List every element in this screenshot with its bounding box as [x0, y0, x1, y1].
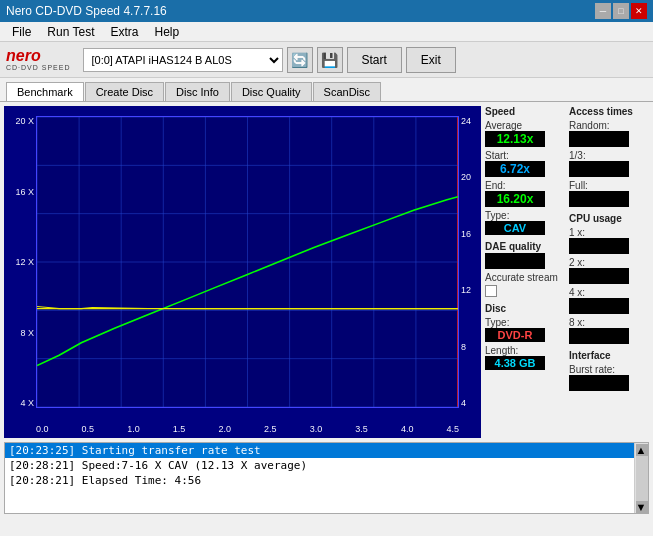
log-area: [20:23:25] Starting transfer rate test […	[4, 442, 649, 514]
yaxis-right-4: 4	[461, 398, 479, 408]
nero-product: CD·DVD SPEED	[6, 64, 71, 71]
exit-button[interactable]: Exit	[406, 47, 456, 73]
titlebar-controls: ─ □ ✕	[595, 3, 647, 19]
drive-select[interactable]: [0:0] ATAPI iHAS124 B AL0S	[83, 48, 283, 72]
chart-canvas	[36, 116, 459, 408]
type-value: CAV	[485, 221, 545, 235]
tab-disc-info[interactable]: Disc Info	[165, 82, 230, 101]
xaxis-4.0: 4.0	[401, 424, 414, 434]
save-button[interactable]: 💾	[317, 47, 343, 73]
random-value	[569, 131, 629, 147]
yaxis-left-8: 8 X	[6, 328, 34, 338]
titlebar: Nero CD-DVD Speed 4.7.7.16 ─ □ ✕	[0, 0, 653, 22]
rp-right-col: Access times Random: 1/3: Full: CPU usag…	[569, 106, 649, 391]
yaxis-left: 20 X 16 X 12 X 8 X 4 X	[6, 116, 34, 408]
xaxis-4.5: 4.5	[446, 424, 459, 434]
yaxis-right-16: 16	[461, 229, 479, 239]
menu-extra[interactable]: Extra	[102, 23, 146, 41]
cpu-section: CPU usage 1 x: 2 x: 4 x: 8 x:	[569, 213, 649, 344]
close-button[interactable]: ✕	[631, 3, 647, 19]
accurate-checkbox-area	[485, 285, 565, 297]
menubar: File Run Test Extra Help	[0, 22, 653, 42]
chart-area: 20 X 16 X 12 X 8 X 4 X	[4, 106, 481, 438]
dae-value	[485, 253, 545, 269]
start-value: 6.72x	[485, 161, 545, 177]
full-label: Full:	[569, 180, 649, 191]
burst-label: Burst rate:	[569, 364, 649, 375]
yaxis-right-24: 24	[461, 116, 479, 126]
cpu-8x-value	[569, 328, 629, 344]
log-list: [20:23:25] Starting transfer rate test […	[5, 443, 634, 513]
menu-file[interactable]: File	[4, 23, 39, 41]
chart-svg	[37, 117, 458, 407]
tab-create-disc[interactable]: Create Disc	[85, 82, 164, 101]
scroll-up-button[interactable]: ▲	[636, 444, 648, 456]
logo-area: nero CD·DVD SPEED	[6, 48, 71, 71]
disc-type-label: Type:	[485, 317, 565, 328]
full-value	[569, 191, 629, 207]
scroll-down-button[interactable]: ▼	[636, 501, 648, 513]
xaxis-2.5: 2.5	[264, 424, 277, 434]
log-content: [20:23:25] Starting transfer rate test […	[5, 443, 648, 513]
disc-section: Disc Type: DVD-R Length: 4.38 GB	[485, 303, 565, 370]
right-panel: Speed Average 12.13x Start: 6.72x End: 1…	[483, 102, 653, 442]
tab-benchmark[interactable]: Benchmark	[6, 82, 84, 101]
yaxis-left-16: 16 X	[6, 187, 34, 197]
burst-value	[569, 375, 629, 391]
log-entry-2[interactable]: [20:28:21] Elapsed Time: 4:56	[5, 473, 634, 488]
cpu-title: CPU usage	[569, 213, 649, 224]
yaxis-left-12: 12 X	[6, 257, 34, 267]
yaxis-left-20: 20 X	[6, 116, 34, 126]
scroll-track	[636, 456, 648, 501]
start-label: Start:	[485, 150, 565, 161]
minimize-button[interactable]: ─	[595, 3, 611, 19]
accurate-checkbox[interactable]	[485, 285, 497, 297]
yaxis-right-20: 20	[461, 172, 479, 182]
toolbar: nero CD·DVD SPEED [0:0] ATAPI iHAS124 B …	[0, 42, 653, 78]
nero-brand: nero	[6, 48, 71, 64]
dae-section: DAE quality Accurate stream	[485, 241, 565, 297]
xaxis-1.5: 1.5	[173, 424, 186, 434]
app-title: Nero CD-DVD Speed 4.7.7.16	[6, 4, 167, 18]
cpu-2x-value	[569, 268, 629, 284]
rp-columns: Speed Average 12.13x Start: 6.72x End: 1…	[485, 106, 649, 391]
log-scrollbar[interactable]: ▲ ▼	[634, 443, 648, 513]
tab-disc-quality[interactable]: Disc Quality	[231, 82, 312, 101]
interface-title: Interface	[569, 350, 649, 361]
type-label: Type:	[485, 210, 565, 221]
xaxis-0.5: 0.5	[82, 424, 95, 434]
tabs: Benchmark Create Disc Disc Info Disc Qua…	[0, 78, 653, 102]
end-label: End:	[485, 180, 565, 191]
maximize-button[interactable]: □	[613, 3, 629, 19]
disc-length-value: 4.38 GB	[485, 356, 545, 370]
cpu-8x-label: 8 x:	[569, 317, 649, 328]
menu-run-test[interactable]: Run Test	[39, 23, 102, 41]
cpu-4x-value	[569, 298, 629, 314]
start-button[interactable]: Start	[347, 47, 402, 73]
refresh-button[interactable]: 🔄	[287, 47, 313, 73]
cpu-1x-label: 1 x:	[569, 227, 649, 238]
end-value: 16.20x	[485, 191, 545, 207]
yaxis-right-12: 12	[461, 285, 479, 295]
third-label: 1/3:	[569, 150, 649, 161]
random-label: Random:	[569, 120, 649, 131]
disc-length-label: Length:	[485, 345, 565, 356]
access-title: Access times	[569, 106, 649, 117]
avg-label: Average	[485, 120, 565, 131]
log-entry-0[interactable]: [20:23:25] Starting transfer rate test	[5, 443, 634, 458]
disc-title: Disc	[485, 303, 565, 314]
log-entry-1[interactable]: [20:28:21] Speed:7-16 X CAV (12.13 X ave…	[5, 458, 634, 473]
titlebar-title: Nero CD-DVD Speed 4.7.7.16	[6, 4, 167, 18]
yaxis-right: 24 20 16 12 8 4	[461, 116, 479, 408]
cpu-1x-value	[569, 238, 629, 254]
cpu-4x-label: 4 x:	[569, 287, 649, 298]
xaxis-2.0: 2.0	[218, 424, 231, 434]
yaxis-right-8: 8	[461, 342, 479, 352]
main-content: 20 X 16 X 12 X 8 X 4 X	[0, 102, 653, 442]
rp-left-col: Speed Average 12.13x Start: 6.72x End: 1…	[485, 106, 565, 391]
menu-help[interactable]: Help	[147, 23, 188, 41]
accurate-label: Accurate stream	[485, 272, 565, 283]
disc-type-value: DVD-R	[485, 328, 545, 342]
nero-logo: nero CD·DVD SPEED	[6, 48, 71, 71]
tab-scan-disc[interactable]: ScanDisc	[313, 82, 381, 101]
